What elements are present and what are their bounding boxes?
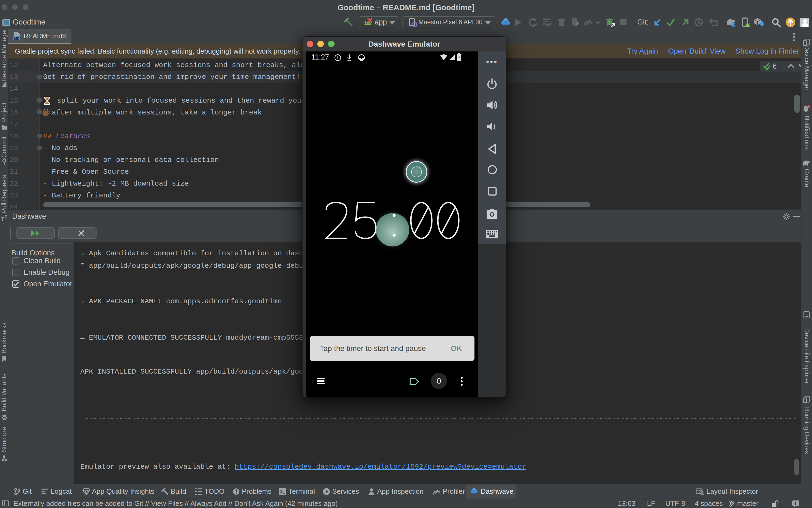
svg-text:MD: MD — [14, 36, 20, 40]
svg-text:A: A — [532, 23, 535, 28]
